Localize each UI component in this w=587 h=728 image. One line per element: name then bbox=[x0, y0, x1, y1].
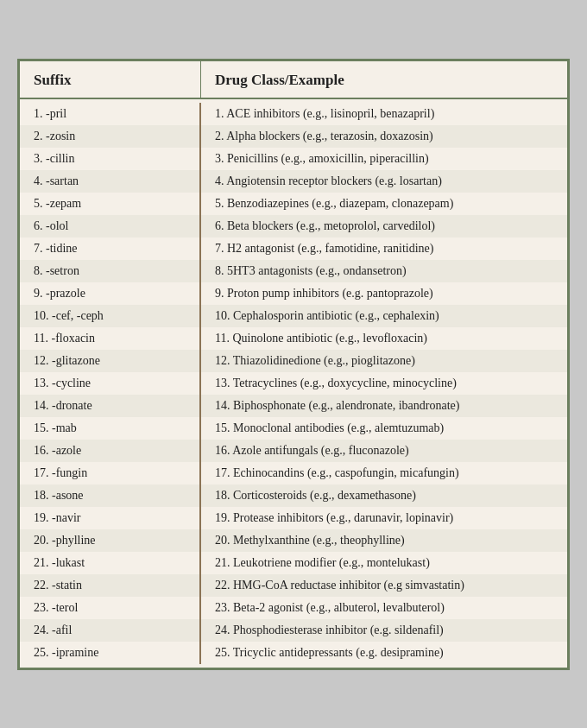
suffix-cell: 14. -dronate bbox=[20, 395, 201, 417]
suffix-cell: 13. -cycline bbox=[20, 372, 201, 395]
drug-cell: 14. Biphosphonate (e.g., alendronate, ib… bbox=[201, 395, 567, 417]
drug-cell: 7. H2 antagonist (e.g., famotidine, rani… bbox=[201, 237, 567, 260]
table-row: 14. -dronate14. Biphosphonate (e.g., ale… bbox=[20, 395, 567, 417]
suffix-cell: 3. -cillin bbox=[20, 148, 201, 170]
drug-cell: 10. Cephalosporin antibiotic (e.g., ceph… bbox=[201, 305, 567, 327]
table-row: 9. -prazole9. Proton pump inhibitors (e.… bbox=[20, 282, 567, 305]
table-row: 23. -terol23. Beta-2 agonist (e.g., albu… bbox=[20, 597, 567, 619]
table-row: 16. -azole16. Azole antifungals (e.g., f… bbox=[20, 440, 567, 462]
drug-cell: 17. Echinocandins (e.g., caspofungin, mi… bbox=[201, 462, 567, 484]
drug-cell: 21. Leukotriene modifier (e.g., monteluk… bbox=[201, 552, 567, 574]
suffix-cell: 19. -navir bbox=[20, 507, 201, 529]
suffix-cell: 5. -zepam bbox=[20, 193, 201, 215]
header-drug: Drug Class/Example bbox=[201, 61, 567, 98]
drug-cell: 20. Methylxanthine (e.g., theophylline) bbox=[201, 529, 567, 552]
table-row: 19. -navir19. Protease inhibitors (e.g.,… bbox=[20, 507, 567, 529]
suffix-cell: 24. -afil bbox=[20, 619, 201, 642]
table-header: Suffix Drug Class/Example bbox=[20, 61, 567, 99]
suffix-cell: 17. -fungin bbox=[20, 462, 201, 484]
table-row: 17. -fungin17. Echinocandins (e.g., casp… bbox=[20, 462, 567, 484]
table-row: 12. -glitazone12. Thiazolidinedione (e.g… bbox=[20, 350, 567, 372]
suffix-cell: 9. -prazole bbox=[20, 282, 201, 305]
drug-cell: 12. Thiazolidinedione (e.g., pioglitazon… bbox=[201, 350, 567, 372]
header-suffix: Suffix bbox=[20, 61, 201, 98]
drug-cell: 18. Corticosteroids (e.g., dexamethasone… bbox=[201, 484, 567, 507]
table-row: 22. -statin22. HMG-CoA reductase inhibit… bbox=[20, 574, 567, 597]
suffix-cell: 25. -ipramine bbox=[20, 642, 201, 664]
suffix-cell: 15. -mab bbox=[20, 417, 201, 440]
table-row: 20. -phylline20. Methylxanthine (e.g., t… bbox=[20, 529, 567, 552]
suffix-cell: 1. -pril bbox=[20, 103, 201, 125]
drug-cell: 3. Penicillins (e.g., amoxicillin, piper… bbox=[201, 148, 567, 170]
drug-cell: 5. Benzodiazepines (e.g., diazepam, clon… bbox=[201, 193, 567, 215]
suffix-cell: 16. -azole bbox=[20, 440, 201, 462]
table-row: 6. -olol6. Beta blockers (e.g., metoprol… bbox=[20, 215, 567, 237]
suffix-cell: 6. -olol bbox=[20, 215, 201, 237]
suffix-cell: 8. -setron bbox=[20, 260, 201, 282]
table-row: 5. -zepam5. Benzodiazepines (e.g., diaze… bbox=[20, 193, 567, 215]
suffix-cell: 18. -asone bbox=[20, 484, 201, 507]
table-row: 18. -asone18. Corticosteroids (e.g., dex… bbox=[20, 484, 567, 507]
table-row: 11. -floxacin11. Quinolone antibiotic (e… bbox=[20, 327, 567, 350]
drug-cell: 22. HMG-CoA reductase inhibitor (e.g sim… bbox=[201, 574, 567, 597]
drug-cell: 23. Beta-2 agonist (e.g., albuterol, lev… bbox=[201, 597, 567, 619]
drug-cell: 24. Phosphodiesterase inhibitor (e.g. si… bbox=[201, 619, 567, 642]
table-row: 10. -cef, -ceph10. Cephalosporin antibio… bbox=[20, 305, 567, 327]
table-row: 1. -pril1. ACE inhibitors (e.g., lisinop… bbox=[20, 103, 567, 125]
suffix-cell: 22. -statin bbox=[20, 574, 201, 597]
drug-cell: 25. Tricyclic antidepressants (e.g. desi… bbox=[201, 642, 567, 664]
suffix-cell: 7. -tidine bbox=[20, 237, 201, 260]
main-card: Suffix Drug Class/Example 1. -pril1. ACE… bbox=[17, 59, 570, 670]
drug-cell: 8. 5HT3 antagonists (e.g., ondansetron) bbox=[201, 260, 567, 282]
table-row: 25. -ipramine25. Tricyclic antidepressan… bbox=[20, 642, 567, 664]
table-row: 2. -zosin2. Alpha blockers (e.g., terazo… bbox=[20, 125, 567, 148]
table-row: 13. -cycline13. Tetracyclines (e.g., dox… bbox=[20, 372, 567, 395]
drug-cell: 1. ACE inhibitors (e.g., lisinopril, ben… bbox=[201, 103, 567, 125]
table-row: 7. -tidine7. H2 antagonist (e.g., famoti… bbox=[20, 237, 567, 260]
drug-cell: 16. Azole antifungals (e.g., fluconazole… bbox=[201, 440, 567, 462]
suffix-cell: 4. -sartan bbox=[20, 170, 201, 193]
drug-cell: 9. Proton pump inhibitors (e.g. pantopra… bbox=[201, 282, 567, 305]
table-row: 15. -mab15. Monoclonal antibodies (e.g.,… bbox=[20, 417, 567, 440]
drug-cell: 13. Tetracyclines (e.g., doxycycline, mi… bbox=[201, 372, 567, 395]
drug-cell: 11. Quinolone antibiotic (e.g., levoflox… bbox=[201, 327, 567, 350]
table-row: 24. -afil24. Phosphodiesterase inhibitor… bbox=[20, 619, 567, 642]
suffix-cell: 2. -zosin bbox=[20, 125, 201, 148]
drug-cell: 2. Alpha blockers (e.g., terazosin, doxa… bbox=[201, 125, 567, 148]
suffix-cell: 10. -cef, -ceph bbox=[20, 305, 201, 327]
drug-cell: 19. Protease inhibitors (e.g., darunavir… bbox=[201, 507, 567, 529]
table-row: 3. -cillin3. Penicillins (e.g., amoxicil… bbox=[20, 148, 567, 170]
suffix-cell: 11. -floxacin bbox=[20, 327, 201, 350]
table-row: 8. -setron8. 5HT3 antagonists (e.g., ond… bbox=[20, 260, 567, 282]
table-body: 1. -pril1. ACE inhibitors (e.g., lisinop… bbox=[20, 99, 567, 668]
suffix-cell: 23. -terol bbox=[20, 597, 201, 619]
suffix-cell: 21. -lukast bbox=[20, 552, 201, 574]
suffix-cell: 12. -glitazone bbox=[20, 350, 201, 372]
drug-cell: 15. Monoclonal antibodies (e.g., alemtuz… bbox=[201, 417, 567, 440]
table-row: 21. -lukast21. Leukotriene modifier (e.g… bbox=[20, 552, 567, 574]
table-row: 4. -sartan4. Angiotensin receptor blocke… bbox=[20, 170, 567, 193]
drug-cell: 6. Beta blockers (e.g., metoprolol, carv… bbox=[201, 215, 567, 237]
suffix-cell: 20. -phylline bbox=[20, 529, 201, 552]
drug-cell: 4. Angiotensin receptor blockers (e.g. l… bbox=[201, 170, 567, 193]
